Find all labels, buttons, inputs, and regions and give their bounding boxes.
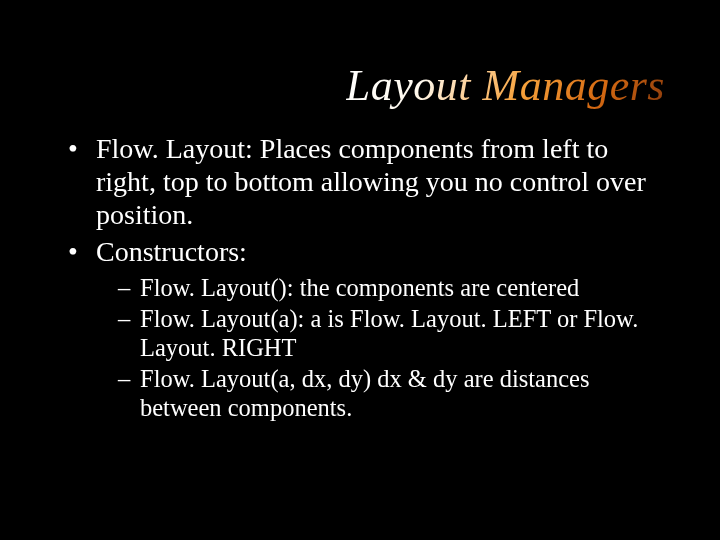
sub-bullet-list: Flow. Layout(): the components are cente…: [96, 274, 665, 423]
bullet-list: Flow. Layout: Places components from lef…: [68, 132, 665, 423]
bullet-item: Flow. Layout: Places components from lef…: [68, 132, 665, 231]
sub-bullet-item: Flow. Layout(): the components are cente…: [118, 274, 665, 303]
bullet-item: Constructors: Flow. Layout(): the compon…: [68, 235, 665, 423]
slide: Layout Managers Flow. Layout: Places com…: [0, 0, 720, 540]
slide-title: Layout Managers: [346, 60, 665, 111]
slide-body: Flow. Layout: Places components from lef…: [68, 132, 665, 427]
bullet-text: Constructors:: [96, 236, 247, 267]
sub-bullet-item: Flow. Layout(a): a is Flow. Layout. LEFT…: [118, 305, 665, 363]
sub-bullet-item: Flow. Layout(a, dx, dy) dx & dy are dist…: [118, 365, 665, 423]
